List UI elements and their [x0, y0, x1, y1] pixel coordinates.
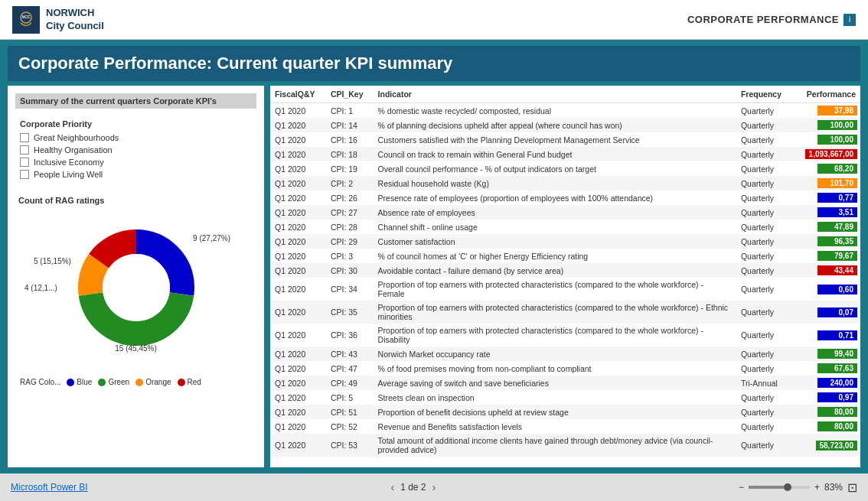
- checkbox-1[interactable]: [20, 133, 29, 142]
- cell-indicator: Presence rate of employees (proportion o…: [374, 190, 736, 205]
- prev-page-button[interactable]: ‹: [390, 481, 394, 493]
- cell-frequency: Quarterly: [736, 361, 793, 376]
- cell-frequency: Quarterly: [736, 301, 793, 324]
- cell-cpi: CPI: 34: [326, 278, 374, 301]
- cell-cpi: CPI: 52: [326, 419, 374, 434]
- zoom-plus[interactable]: +: [814, 482, 820, 493]
- cell-performance: 1,093,667,00: [792, 147, 860, 161]
- cell-frequency: Quarterly: [736, 205, 793, 220]
- checkbox-3[interactable]: [20, 158, 29, 167]
- cell-performance: 67,63: [792, 361, 860, 376]
- cell-cpi: CPI: 30: [326, 263, 374, 278]
- zoom-minus[interactable]: −: [739, 482, 744, 493]
- pbi-link[interactable]: Microsoft Power BI: [11, 482, 88, 493]
- checkbox-2[interactable]: [20, 145, 29, 155]
- pagination: ‹ 1 de 2 ›: [390, 481, 436, 493]
- cell-performance: 0,60: [792, 278, 860, 301]
- cell-fiscal: Q1 2020: [270, 390, 326, 405]
- table-row: Q1 2020 CPI: 26 Presence rate of employe…: [270, 190, 860, 205]
- app-wrapper: NCC NORWICH City Council CORPORATE PERFO…: [0, 0, 868, 501]
- panel-title: Summary of the current quarters Corporat…: [15, 93, 256, 109]
- cell-indicator: Overall council performance - % of outpu…: [374, 161, 736, 176]
- next-page-button[interactable]: ›: [432, 481, 436, 493]
- table-wrapper[interactable]: FiscalQ&Y CPI_Key Indicator Frequency Pe…: [270, 86, 860, 467]
- cell-cpi: CPI: 49: [326, 376, 374, 390]
- logo-text: NORWICH City Council: [46, 7, 104, 33]
- cell-fiscal: Q1 2020: [270, 190, 326, 205]
- cell-cpi: CPI: 16: [326, 132, 374, 147]
- title-bar: Corporate Performance: Current quarter K…: [8, 46, 860, 81]
- cell-fiscal: Q1 2020: [270, 147, 326, 161]
- filter-item-4[interactable]: People Living Well: [20, 170, 252, 179]
- col-performance: Performance: [792, 86, 860, 103]
- zoom-control: − + 83% ⊡: [739, 480, 857, 495]
- legend-red: Red: [178, 378, 201, 386]
- cell-fiscal: Q1 2020: [270, 220, 326, 234]
- page-info: 1 de 2: [400, 482, 426, 493]
- table-row: Q1 2020 CPI: 51 Proportion of benefit de…: [270, 405, 860, 419]
- col-indicator: Indicator: [374, 86, 736, 103]
- cell-indicator: Council on track to remain within Genera…: [374, 147, 736, 161]
- cell-frequency: Quarterly: [736, 234, 793, 249]
- table-row: Q1 2020 CPI: 19 Overall council performa…: [270, 161, 860, 176]
- table-row: Q1 2020 CPI: 1 % domestic waste recycled…: [270, 103, 860, 119]
- donut-label-green: 15 (45,45%): [115, 344, 156, 353]
- cell-performance: 96,35: [792, 234, 860, 249]
- table-row: Q1 2020 CPI: 30 Avoidable contact - fail…: [270, 263, 860, 278]
- cell-cpi: CPI: 19: [326, 161, 374, 176]
- donut-label-orange: 4 (12,1...): [24, 284, 57, 292]
- svg-rect-0: [13, 7, 39, 33]
- table-row: Q1 2020 CPI: 52 Revenue and Benefits sat…: [270, 419, 860, 434]
- cell-cpi: CPI: 2: [326, 176, 374, 190]
- cell-cpi: CPI: 36: [326, 324, 374, 346]
- donut-label-blue: 9 (27,27%): [193, 234, 230, 242]
- cell-frequency: Quarterly: [736, 118, 793, 132]
- filter-item-2[interactable]: Healthy Organisation: [20, 145, 252, 155]
- table-row: Q1 2020 CPI: 29 Customer satisfaction Qu…: [270, 234, 860, 249]
- chart-section: Count of RAG ratings 9 (27,27%): [15, 193, 256, 367]
- top-bar: NCC NORWICH City Council CORPORATE PERFO…: [0, 0, 868, 40]
- cell-fiscal: Q1 2020: [270, 176, 326, 190]
- cell-cpi: CPI: 3: [326, 249, 374, 263]
- cell-fiscal: Q1 2020: [270, 346, 326, 361]
- cell-indicator: Absence rate of employees: [374, 205, 736, 220]
- table-row: Q1 2020 CPI: 14 % of planning decisions …: [270, 118, 860, 132]
- cell-indicator: Proportion of top earners with protected…: [374, 324, 736, 346]
- checkbox-4[interactable]: [20, 170, 29, 179]
- cell-performance: 99,40: [792, 346, 860, 361]
- cell-cpi: CPI: 26: [326, 190, 374, 205]
- table-row: Q1 2020 CPI: 47 % of food premises movin…: [270, 361, 860, 376]
- cell-frequency: Quarterly: [736, 176, 793, 190]
- table-row: Q1 2020 CPI: 43 Norwich Market occupancy…: [270, 346, 860, 361]
- filter-item-1[interactable]: Great Neighbourhoods: [20, 133, 252, 142]
- cell-frequency: Quarterly: [736, 405, 793, 419]
- logo-area: NCC NORWICH City Council: [12, 6, 104, 34]
- cell-indicator: % domestic waste recycled/ composted, re…: [374, 103, 736, 119]
- cell-frequency: Quarterly: [736, 220, 793, 234]
- legend-dot-blue: [67, 379, 74, 386]
- svg-point-7: [103, 254, 170, 321]
- cell-fiscal: Q1 2020: [270, 434, 326, 457]
- cell-indicator: Customers satisfied with the Planning De…: [374, 132, 736, 147]
- cell-performance: 43,44: [792, 263, 860, 278]
- cell-performance: 58,723,00: [792, 434, 860, 457]
- cell-cpi: CPI: 47: [326, 361, 374, 376]
- cell-fiscal: Q1 2020: [270, 419, 326, 434]
- filter-item-3[interactable]: Inclusive Economy: [20, 158, 252, 167]
- cell-indicator: Average saving of switch and save benefi…: [374, 376, 736, 390]
- info-icon[interactable]: i: [844, 14, 856, 26]
- cell-indicator: % of council homes at 'C' or higher Ener…: [374, 249, 736, 263]
- table-row: Q1 2020 CPI: 28 Channel shift - online u…: [270, 220, 860, 234]
- donut-label-red: 5 (15,15%): [34, 257, 71, 265]
- cell-cpi: CPI: 35: [326, 301, 374, 324]
- cell-fiscal: Q1 2020: [270, 278, 326, 301]
- fit-page-icon[interactable]: ⊡: [847, 480, 857, 495]
- cell-frequency: Quarterly: [736, 263, 793, 278]
- cell-frequency: Quarterly: [736, 434, 793, 457]
- cell-indicator: Streets clean on inspection: [374, 390, 736, 405]
- cell-cpi: CPI: 28: [326, 220, 374, 234]
- zoom-slider[interactable]: [749, 486, 810, 489]
- cell-cpi: CPI: 29: [326, 234, 374, 249]
- left-panel: Summary of the current quarters Corporat…: [8, 86, 264, 467]
- donut-container: 9 (27,27%) 5 (15,15%) 4 (12,1...) 15 (45…: [18, 211, 253, 364]
